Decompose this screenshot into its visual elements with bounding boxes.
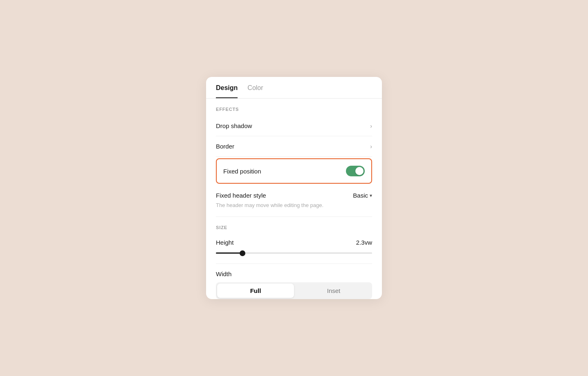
border-row[interactable]: Border › [216, 136, 372, 157]
fixed-header-style-dropdown[interactable]: Basic ▾ [353, 192, 372, 199]
effects-label: EFFECTS [216, 99, 372, 116]
fixed-header-helper-text: The header may move while editing the pa… [216, 202, 372, 217]
toggle-track [346, 166, 365, 176]
slider-thumb[interactable] [240, 250, 245, 256]
width-label: Width [216, 270, 372, 277]
height-row: Height 2.3vw [216, 234, 372, 249]
border-label: Border [216, 143, 234, 150]
fixed-position-row[interactable]: Fixed position [216, 158, 372, 184]
size-label: SIZE [216, 217, 372, 234]
chevron-right-icon: › [370, 123, 372, 129]
width-full-button[interactable]: Full [217, 284, 294, 298]
width-button-group: Full Inset [216, 282, 372, 299]
slider-fill [216, 252, 242, 254]
height-value: 2.3vw [356, 239, 372, 246]
fixed-position-toggle[interactable] [346, 166, 365, 176]
settings-panel: Design Color EFFECTS Drop shadow › Borde… [206, 77, 382, 299]
tab-design[interactable]: Design [216, 77, 238, 98]
fixed-header-style-label: Fixed header style [216, 192, 266, 199]
height-label: Height [216, 239, 233, 246]
width-section: Width Full Inset [216, 264, 372, 299]
width-inset-button[interactable]: Inset [295, 282, 372, 299]
chevron-right-icon: › [370, 143, 372, 150]
toggle-thumb [355, 167, 364, 175]
drop-shadow-row[interactable]: Drop shadow › [216, 116, 372, 136]
fixed-position-label: Fixed position [223, 168, 261, 175]
drop-shadow-label: Drop shadow [216, 122, 252, 129]
fixed-header-style-row[interactable]: Fixed header style Basic ▾ [216, 185, 372, 202]
fixed-header-style-value: Basic [353, 192, 368, 199]
effects-section: EFFECTS Drop shadow › Border › Fixed pos… [206, 99, 382, 299]
chevron-down-icon: ▾ [370, 193, 372, 198]
tab-bar: Design Color [206, 77, 382, 99]
tab-color[interactable]: Color [247, 77, 263, 98]
height-slider-container[interactable] [216, 249, 372, 264]
slider-track[interactable] [216, 252, 372, 254]
